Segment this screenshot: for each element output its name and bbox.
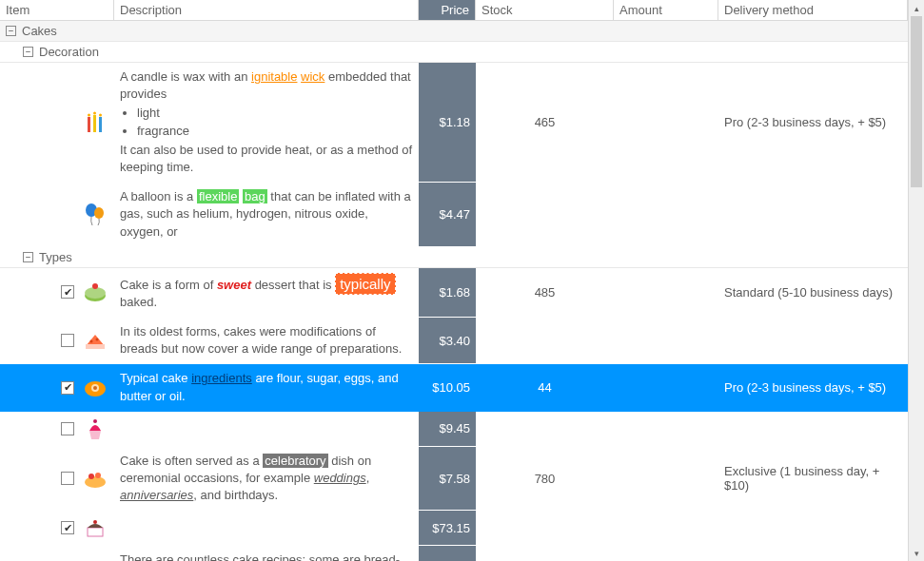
- cupcake-icon: [82, 416, 108, 442]
- column-header-row: Item Description Price Stock Amount Deli…: [0, 0, 908, 21]
- svg-point-18: [85, 476, 106, 488]
- checkbox[interactable]: [61, 422, 74, 435]
- minus-icon[interactable]: −: [23, 252, 33, 262]
- table-row[interactable]: ✔ Cake is a form of sweet dessert that i…: [0, 268, 908, 318]
- cake-slice-icon: [82, 327, 108, 354]
- header-delivery[interactable]: Delivery method: [718, 0, 908, 20]
- description-cell: Cake is often served as a celebratory di…: [114, 447, 419, 511]
- group-label: Decoration: [39, 45, 99, 59]
- group-label: Types: [39, 250, 72, 264]
- table-row[interactable]: A candle is wax with an ignitable wick e…: [0, 63, 908, 183]
- price-cell: $24.62: [419, 546, 476, 561]
- checkbox[interactable]: ✔: [61, 381, 74, 395]
- header-description[interactable]: Description: [114, 0, 419, 20]
- stock-cell: 44: [476, 364, 614, 410]
- svg-point-5: [99, 113, 102, 116]
- svg-point-12: [90, 340, 93, 343]
- checkbox[interactable]: [61, 334, 74, 347]
- group-cakes[interactable]: − Cakes: [0, 21, 908, 42]
- table-row[interactable]: A balloon is a flexible bag that can be …: [0, 183, 908, 247]
- price-cell: $73.15: [419, 511, 476, 545]
- svg-rect-11: [86, 344, 105, 349]
- scroll-down-icon[interactable]: ▾: [909, 545, 924, 561]
- delivery-cell: Standard (5-10 business days): [718, 268, 908, 317]
- group-decoration[interactable]: − Decoration: [0, 42, 908, 63]
- price-cell: $1.18: [419, 63, 476, 182]
- description-cell: In its oldest forms, cakes were modifica…: [114, 318, 419, 363]
- svg-rect-2: [99, 117, 102, 132]
- description-cell: Typical cake ingredients are flour, suga…: [114, 364, 419, 410]
- description-cell: There are countless cake recipes; some a…: [114, 546, 419, 561]
- minus-icon[interactable]: −: [23, 47, 33, 57]
- svg-point-3: [88, 113, 90, 116]
- delivery-cell: Pro (2-3 business days, + $5): [718, 63, 908, 182]
- header-amount[interactable]: Amount: [614, 0, 718, 20]
- link-ignitable[interactable]: ignitable: [251, 69, 297, 84]
- table-row[interactable]: In its oldest forms, cakes were modifica…: [0, 318, 908, 364]
- description-cell: Cake is a form of sweet dessert that is …: [114, 268, 419, 317]
- header-stock[interactable]: Stock: [476, 0, 614, 20]
- minus-icon[interactable]: −: [6, 26, 16, 36]
- description-cell: A balloon is a flexible bag that can be …: [114, 183, 419, 246]
- price-cell: $4.47: [419, 183, 476, 246]
- delivery-cell: Standard (5-10 business days): [718, 546, 908, 561]
- table-row[interactable]: $9.45: [0, 412, 908, 447]
- table-row[interactable]: ✔ $73.15: [0, 511, 908, 546]
- stock-cell: 485: [476, 268, 614, 317]
- roll-icon: [82, 375, 108, 401]
- stock-cell: 780: [476, 447, 614, 511]
- stock-cell: 541: [476, 546, 614, 561]
- svg-point-20: [95, 473, 101, 478]
- candles-icon: [82, 109, 108, 136]
- description-cell: A candle is wax with an ignitable wick e…: [114, 63, 419, 182]
- svg-rect-1: [93, 115, 96, 132]
- svg-point-10: [92, 283, 98, 289]
- table-row-selected[interactable]: ✔ Typical cake ingredients are flour, su…: [0, 364, 908, 411]
- link-wick[interactable]: wick: [301, 69, 324, 84]
- price-cell: $10.05: [419, 364, 476, 410]
- cake-icon: [82, 279, 108, 305]
- balloons-icon: [82, 201, 108, 227]
- checkbox[interactable]: [61, 472, 74, 485]
- scroll-up-icon[interactable]: ▴: [909, 0, 924, 16]
- svg-point-19: [88, 474, 94, 479]
- table-row[interactable]: There are countless cake recipes; some a…: [0, 546, 908, 561]
- svg-point-7: [94, 207, 104, 219]
- svg-rect-21: [88, 528, 103, 536]
- checkbox[interactable]: ✔: [61, 521, 74, 534]
- group-types[interactable]: − Types: [0, 247, 908, 268]
- vertical-scrollbar[interactable]: ▴ ▾: [908, 0, 924, 561]
- svg-point-13: [96, 339, 99, 341]
- svg-point-16: [93, 386, 97, 390]
- stock-cell: 465: [476, 63, 614, 182]
- price-cell: $3.40: [419, 318, 476, 363]
- header-price[interactable]: Price: [419, 0, 476, 20]
- svg-point-4: [93, 111, 96, 114]
- link-ingredients[interactable]: ingredients: [191, 371, 252, 385]
- price-cell: $9.45: [419, 412, 476, 446]
- fruit-cake-icon: [82, 465, 108, 492]
- choc-cake-icon: [82, 514, 108, 541]
- svg-point-17: [93, 419, 97, 423]
- price-cell: $1.68: [419, 268, 476, 317]
- checkbox[interactable]: ✔: [61, 285, 74, 299]
- delivery-cell: Pro (2-3 business days, + $5): [718, 364, 908, 410]
- scroll-thumb[interactable]: [911, 16, 922, 187]
- header-item[interactable]: Item: [0, 0, 114, 20]
- table-row[interactable]: Cake is often served as a celebratory di…: [0, 447, 908, 512]
- svg-point-22: [93, 520, 97, 524]
- delivery-cell: Exclusive (1 business day, + $10): [718, 447, 908, 511]
- svg-rect-0: [88, 117, 90, 132]
- amount-cell: [614, 63, 718, 182]
- group-label: Cakes: [22, 24, 57, 38]
- price-cell: $7.58: [419, 447, 476, 511]
